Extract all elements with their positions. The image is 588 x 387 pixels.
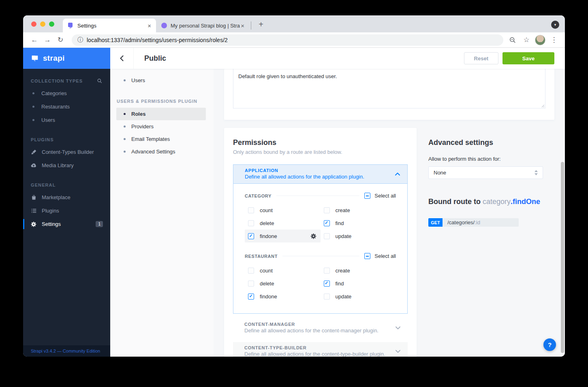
role-details-card: Default role given to unauthenticated us… [224,69,554,120]
permission-cell-count[interactable]: count [245,204,321,217]
subnav-item-roles[interactable]: Roles [116,108,206,120]
section-collection-types: COLLECTION TYPES [23,79,110,83]
subnav-item-advanced-settings[interactable]: Advanced Settings [110,145,214,158]
accordion-content-manager[interactable]: CONTENT-MANAGER Define all allowed actio… [233,319,408,337]
checkbox[interactable] [248,268,254,274]
site-info-icon[interactable]: ⓘ [77,36,83,44]
checkbox[interactable] [248,233,254,239]
url-text[interactable]: localhost:1337/admin/settings/users-perm… [87,37,228,43]
sidebar-item-categories[interactable]: Categories [23,87,110,100]
checkbox[interactable] [324,281,330,287]
role-description-textarea[interactable]: Default role given to unauthenticated us… [233,69,545,108]
sidebar-item-users[interactable]: Users [23,113,110,127]
bullet-icon [32,119,34,121]
maximize-window-button[interactable] [49,21,54,27]
profile-avatar[interactable] [535,35,545,45]
route-display: GET /categories/:id [428,218,519,227]
sidebar: strapi COLLECTION TYPES Categories Resta… [23,48,110,357]
sidebar-item-content-types-builder[interactable]: Content-Types Builder [23,145,110,159]
group-name: RESTAURANT [245,254,278,259]
tab-search-button[interactable]: ▾ [551,21,559,29]
reset-button[interactable]: Reset [464,52,498,64]
checkbox[interactable] [324,293,330,300]
new-tab-button[interactable]: + [256,20,266,29]
permission-cell-create[interactable]: create [321,264,396,277]
select-all-checkbox[interactable] [364,253,370,259]
checkbox[interactable] [248,220,254,226]
select-all-restaurant[interactable]: Select all [364,253,396,259]
checkbox[interactable] [248,281,254,287]
permission-cell-findone[interactable]: findone [245,290,321,303]
zoom-out-icon[interactable] [509,36,520,44]
policy-select[interactable]: None [428,166,543,179]
permission-cell-find[interactable]: find [321,277,396,290]
back-button[interactable] [110,48,134,69]
subnav-item-users[interactable]: Users [110,74,214,87]
save-button[interactable]: Save [502,52,554,64]
permission-cell-delete[interactable]: delete [245,217,321,230]
checkbox[interactable] [324,207,330,213]
checkbox[interactable] [324,220,330,226]
sidebar-item-plugins[interactable]: Plugins [23,204,110,217]
accordion-content-type-builder[interactable]: CONTENT-TYPE-BUILDER Define all allowed … [233,342,408,357]
search-icon[interactable] [97,79,102,83]
scrollbar-thumb[interactable] [561,162,564,353]
strapi-version[interactable]: Strapi v3.4.2 — Community Edition [23,345,110,357]
strapi-logo[interactable]: strapi [23,48,110,69]
permissions-card: Permissions Only actions bound by a rout… [224,128,417,357]
tab-close-icon[interactable]: × [147,22,152,29]
browser-menu-icon[interactable]: ⋮ [549,36,559,44]
section-plugins: PLUGINS [23,137,110,142]
advanced-settings-title: Advanced settings [428,138,543,147]
permission-cell-find[interactable]: find [321,217,396,230]
strapi-logo-icon [30,54,39,63]
select-all-category[interactable]: Select all [364,193,396,199]
tab-close-icon[interactable]: × [240,22,245,29]
checkbox[interactable] [248,207,254,213]
checkbox[interactable] [248,293,254,300]
strapi-favicon-icon [68,22,74,29]
help-button[interactable]: ? [543,338,556,351]
settings-subnav: Users USERS & PERMISSIONS PLUGIN Roles P… [110,69,214,357]
divider [282,256,359,256]
sidebar-item-marketplace[interactable]: Marketplace [23,191,110,204]
list-icon [31,208,36,213]
select-stepper-icon[interactable] [535,170,538,175]
sidebar-item-restaurants[interactable]: Restaurants [23,100,110,113]
bullet-icon [124,151,126,153]
subnav-item-email-templates[interactable]: Email Templates [110,133,214,145]
permission-cell-create[interactable]: create [321,204,396,217]
tab-blog[interactable]: My personal Strapi blog | Strap × [156,19,249,32]
url-bar[interactable]: ⓘ localhost:1337/admin/settings/users-pe… [72,34,503,46]
minimize-window-button[interactable] [40,21,45,27]
bullet-icon [124,79,126,81]
sidebar-item-settings[interactable]: Settings 1 [23,217,110,231]
permission-cell-findone[interactable]: findone [245,230,321,242]
sidebar-item-media-library[interactable]: Media Library [23,159,110,172]
tab-settings[interactable]: Settings × [63,19,156,32]
accordion-application-header[interactable]: APPLICATION Define all allowed actions f… [233,164,408,184]
checkbox[interactable] [324,268,330,274]
accordion-description: Define all allowed actions for the conte… [244,327,396,334]
permission-cell-update[interactable]: update [321,290,396,303]
bookmark-star-icon[interactable]: ☆ [521,36,532,44]
permission-cell-update[interactable]: update [321,230,396,242]
permission-settings-gear-icon[interactable] [310,233,316,239]
checkbox[interactable] [324,233,330,239]
close-window-button[interactable] [31,21,36,27]
subnav-item-providers[interactable]: Providers [110,120,214,133]
select-all-checkbox[interactable] [364,193,370,199]
chevron-up-icon [395,172,400,176]
browser-toolbar: ← → ↻ ⓘ localhost:1337/admin/settings/us… [23,32,565,48]
forward-icon[interactable]: → [42,36,53,44]
permission-cell-count[interactable]: count [245,264,321,277]
main-content: Default role given to unauthenticated us… [214,69,565,357]
window-controls[interactable] [31,21,54,27]
settings-badge: 1 [96,221,103,227]
back-icon[interactable]: ← [29,36,40,44]
reload-icon[interactable]: ↻ [55,36,66,44]
logo-text: strapi [43,54,65,63]
permission-cell-delete[interactable]: delete [245,277,321,290]
route-path: /categories/:id [443,218,519,227]
tab-title: My personal Strapi blog | Strap [171,23,240,29]
